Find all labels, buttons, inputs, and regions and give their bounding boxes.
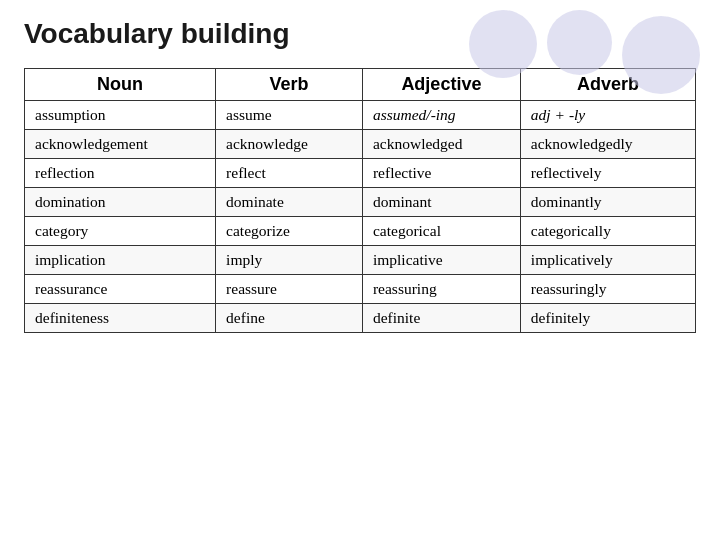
- cell-adjective: dominant: [362, 188, 520, 217]
- cell-verb: reassure: [216, 275, 363, 304]
- cell-adverb: categorically: [520, 217, 695, 246]
- cell-noun: reassurance: [25, 275, 216, 304]
- cell-adjective: reassuring: [362, 275, 520, 304]
- cell-adjective: acknowledged: [362, 130, 520, 159]
- decorative-circles: [469, 10, 700, 88]
- cell-noun: definiteness: [25, 304, 216, 333]
- circle-2: [547, 10, 612, 75]
- circle-3: [622, 16, 700, 94]
- cell-noun: assumption: [25, 101, 216, 130]
- table-row: reflectionreflectreflectivereflectively: [25, 159, 696, 188]
- cell-verb: define: [216, 304, 363, 333]
- cell-adjective: categorical: [362, 217, 520, 246]
- cell-verb: imply: [216, 246, 363, 275]
- header-verb: Verb: [216, 69, 363, 101]
- cell-adjective: assumed/-ing: [362, 101, 520, 130]
- cell-verb: dominate: [216, 188, 363, 217]
- cell-verb: reflect: [216, 159, 363, 188]
- cell-noun: reflection: [25, 159, 216, 188]
- table-row: categorycategorizecategoricalcategorical…: [25, 217, 696, 246]
- table-row: acknowledgementacknowledgeacknowledgedac…: [25, 130, 696, 159]
- cell-adjective: implicative: [362, 246, 520, 275]
- cell-adjective: definite: [362, 304, 520, 333]
- cell-noun: acknowledgement: [25, 130, 216, 159]
- cell-verb: assume: [216, 101, 363, 130]
- cell-adverb: acknowledgedly: [520, 130, 695, 159]
- cell-adjective: reflective: [362, 159, 520, 188]
- table-row: dominationdominatedominantdominantly: [25, 188, 696, 217]
- table-row: implicationimplyimplicativeimplicatively: [25, 246, 696, 275]
- cell-verb: acknowledge: [216, 130, 363, 159]
- table-row: definitenessdefinedefinitedefinitely: [25, 304, 696, 333]
- cell-noun: domination: [25, 188, 216, 217]
- cell-adverb: reassuringly: [520, 275, 695, 304]
- table-row: assumptionassumeassumed/-ingadj + -ly: [25, 101, 696, 130]
- cell-noun: implication: [25, 246, 216, 275]
- page-container: Vocabulary building Noun Verb Adjective …: [0, 0, 720, 540]
- cell-adverb: implicatively: [520, 246, 695, 275]
- cell-adverb: definitely: [520, 304, 695, 333]
- cell-adverb: adj + -ly: [520, 101, 695, 130]
- table-row: reassurancereassurereassuringreassuringl…: [25, 275, 696, 304]
- cell-verb: categorize: [216, 217, 363, 246]
- circle-1: [469, 10, 537, 78]
- cell-adverb: dominantly: [520, 188, 695, 217]
- cell-noun: category: [25, 217, 216, 246]
- cell-adverb: reflectively: [520, 159, 695, 188]
- header-noun: Noun: [25, 69, 216, 101]
- vocabulary-table: Noun Verb Adjective Adverb assumptionass…: [24, 68, 696, 333]
